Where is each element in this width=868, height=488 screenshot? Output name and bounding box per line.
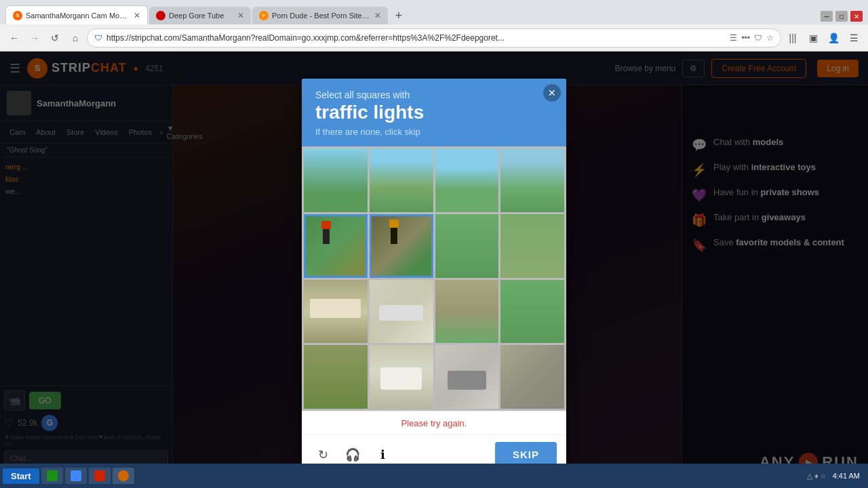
captcha-overlay: ✕ Select all squares with traffic lights… bbox=[0, 52, 868, 488]
taskbar-item-2[interactable] bbox=[65, 468, 87, 484]
captcha-cell-4[interactable] bbox=[304, 214, 368, 278]
browser-title-bar: S SamanthaMorgann Cam Model: Fr... ✕ Dee… bbox=[0, 0, 868, 24]
captcha-instruction: If there are none, click skip bbox=[315, 127, 553, 137]
captcha-cell-3[interactable] bbox=[500, 148, 564, 212]
tab-stripchat[interactable]: S SamanthaMorgann Cam Model: Fr... ✕ bbox=[5, 5, 148, 24]
captcha-error-text: Please try again. bbox=[302, 411, 566, 434]
tab-deepgore[interactable]: Deep Gore Tube ✕ bbox=[149, 7, 251, 24]
captcha-modal: ✕ Select all squares with traffic lights… bbox=[302, 79, 566, 474]
captcha-select-text: Select all squares with bbox=[315, 89, 553, 100]
captcha-cell-14[interactable] bbox=[435, 345, 499, 409]
captcha-refresh-button[interactable]: ↻ bbox=[311, 443, 334, 466]
captcha-cell-11[interactable] bbox=[500, 280, 564, 344]
profile-button[interactable]: 👤 bbox=[825, 29, 842, 47]
tab-favicon-3: P bbox=[259, 11, 269, 20]
page-content: ☰ S STRIPCHAT ● 4251 Browse by menu ⚙ Cr… bbox=[0, 52, 868, 488]
captcha-cell-5[interactable] bbox=[370, 214, 433, 278]
shield-icon[interactable]: 🛡 bbox=[754, 33, 762, 43]
minimize-button[interactable]: ─ bbox=[821, 11, 833, 22]
close-button[interactable]: ✕ bbox=[850, 11, 863, 22]
captcha-cell-9[interactable] bbox=[370, 280, 433, 344]
taskbar-item-1[interactable] bbox=[41, 468, 63, 484]
captcha-cell-7[interactable] bbox=[500, 214, 564, 278]
captcha-cell-8[interactable] bbox=[304, 280, 368, 344]
captcha-cell-1[interactable] bbox=[370, 148, 433, 212]
bookmarks-button[interactable]: ||| bbox=[784, 29, 802, 47]
captcha-header: Select all squares with traffic lights I… bbox=[302, 79, 566, 146]
tab-close-2[interactable]: ✕ bbox=[237, 11, 244, 20]
browser-chrome: S SamanthaMorgann Cam Model: Fr... ✕ Dee… bbox=[0, 0, 868, 52]
taskbar-icon-3 bbox=[94, 470, 105, 481]
captcha-cell-13[interactable] bbox=[370, 345, 433, 409]
tab-label-3: Porn Dude - Best Porn Sites & Fre... bbox=[272, 12, 371, 20]
taskbar-item-4[interactable] bbox=[113, 468, 134, 484]
address-bar-row: ← → ↺ ⌂ 🛡 https://stripchat.com/Samantha… bbox=[0, 24, 868, 52]
taskbar-clock: 4:41 AM bbox=[833, 472, 865, 480]
taskbar-item-3[interactable] bbox=[89, 468, 111, 484]
captcha-subject: traffic lights bbox=[315, 102, 553, 123]
address-text: https://stripchat.com/SamanthaMorgann?re… bbox=[106, 33, 726, 43]
captcha-close-button[interactable]: ✕ bbox=[543, 84, 561, 102]
security-shield-icon: 🛡 bbox=[94, 33, 102, 43]
captcha-audio-button[interactable]: 🎧 bbox=[341, 443, 364, 466]
captcha-grid bbox=[302, 146, 566, 411]
reader-button[interactable]: ▣ bbox=[804, 29, 822, 47]
captcha-info-button[interactable]: ℹ bbox=[371, 443, 394, 466]
tab-porndude[interactable]: P Porn Dude - Best Porn Sites & Fre... ✕ bbox=[252, 7, 388, 24]
back-button[interactable]: ← bbox=[5, 29, 23, 47]
tab-label-2: Deep Gore Tube bbox=[169, 12, 234, 20]
forward-button[interactable]: → bbox=[26, 29, 43, 47]
address-bar[interactable]: 🛡 https://stripchat.com/SamanthaMorgann?… bbox=[87, 28, 781, 47]
tab-label-1: SamanthaMorgann Cam Model: Fr... bbox=[26, 12, 130, 20]
taskbar-icon-2 bbox=[71, 470, 81, 481]
reader-mode-icon[interactable]: ☰ bbox=[730, 33, 737, 43]
tab-favicon-1: S bbox=[13, 11, 22, 20]
taskbar-icon-1 bbox=[47, 470, 58, 481]
start-button[interactable]: Start bbox=[3, 468, 39, 484]
tab-favicon-2 bbox=[156, 11, 165, 20]
tab-close-1[interactable]: ✕ bbox=[134, 11, 140, 20]
reload-button[interactable]: ↺ bbox=[46, 29, 64, 47]
captcha-cell-10[interactable] bbox=[435, 280, 499, 344]
tab-close-3[interactable]: ✕ bbox=[374, 11, 381, 20]
home-button[interactable]: ⌂ bbox=[66, 29, 84, 47]
captcha-cell-0[interactable] bbox=[304, 148, 368, 212]
bookmark-icon[interactable]: ☆ bbox=[766, 33, 774, 43]
taskbar: Start △ ♦ ○ 4:41 AM bbox=[0, 464, 868, 488]
captcha-cell-15[interactable] bbox=[500, 345, 564, 409]
more-icon[interactable]: ••• bbox=[741, 33, 750, 43]
taskbar-status-icons: △ ♦ ○ bbox=[807, 472, 825, 481]
menu-button[interactable]: ☰ bbox=[845, 29, 863, 47]
captcha-cell-2[interactable] bbox=[435, 148, 499, 212]
new-tab-button[interactable]: + bbox=[389, 7, 408, 24]
taskbar-icon-4 bbox=[118, 470, 129, 481]
maximize-button[interactable]: □ bbox=[835, 11, 848, 22]
captcha-cell-12[interactable] bbox=[304, 345, 368, 409]
captcha-cell-6[interactable] bbox=[435, 214, 499, 278]
